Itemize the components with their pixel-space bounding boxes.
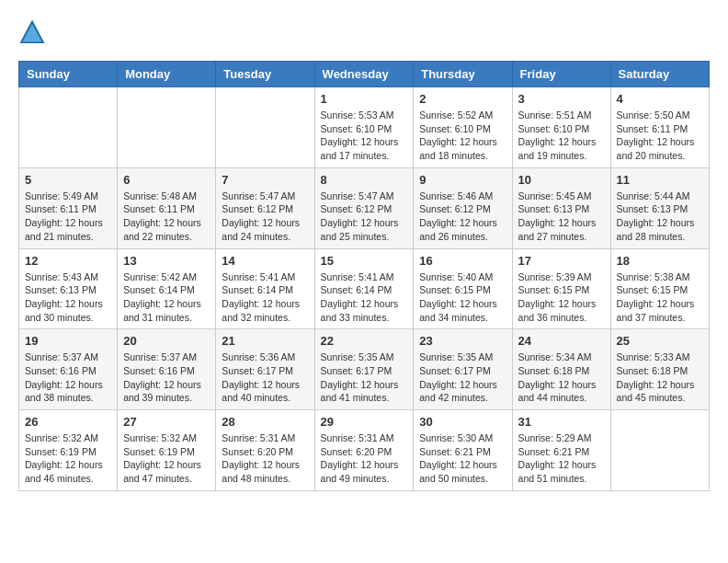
day-cell: 5Sunrise: 5:49 AM Sunset: 6:11 PM Daylig…	[19, 167, 118, 248]
calendar-table: Sunday Monday Tuesday Wednesday Thursday…	[18, 61, 710, 491]
day-cell: 16Sunrise: 5:40 AM Sunset: 6:15 PM Dayli…	[414, 248, 512, 329]
day-cell: 15Sunrise: 5:41 AM Sunset: 6:14 PM Dayli…	[314, 248, 414, 329]
day-number: 5	[25, 173, 111, 187]
day-cell: 12Sunrise: 5:43 AM Sunset: 6:13 PM Dayli…	[19, 248, 118, 329]
col-thursday: Thursday	[414, 62, 512, 87]
day-info: Sunrise: 5:40 AM Sunset: 6:15 PM Dayligh…	[419, 270, 506, 325]
day-number: 30	[419, 415, 506, 429]
day-cell: 27Sunrise: 5:32 AM Sunset: 6:19 PM Dayli…	[118, 410, 216, 491]
day-info: Sunrise: 5:48 AM Sunset: 6:11 PM Dayligh…	[123, 190, 210, 244]
day-info: Sunrise: 5:45 AM Sunset: 6:13 PM Dayligh…	[518, 190, 605, 244]
day-number: 23	[419, 334, 506, 348]
day-info: Sunrise: 5:34 AM Sunset: 6:18 PM Dayligh…	[518, 350, 605, 405]
day-info: Sunrise: 5:41 AM Sunset: 6:14 PM Dayligh…	[222, 270, 308, 325]
day-number: 24	[518, 334, 605, 348]
day-info: Sunrise: 5:47 AM Sunset: 6:12 PM Dayligh…	[222, 190, 308, 244]
day-cell: 26Sunrise: 5:32 AM Sunset: 6:19 PM Dayli…	[19, 410, 118, 491]
day-info: Sunrise: 5:30 AM Sunset: 6:21 PM Dayligh…	[419, 431, 506, 486]
day-cell	[216, 87, 314, 168]
day-info: Sunrise: 5:36 AM Sunset: 6:17 PM Dayligh…	[222, 350, 308, 405]
day-number: 25	[617, 334, 703, 348]
logo	[18, 18, 50, 46]
day-info: Sunrise: 5:52 AM Sunset: 6:10 PM Dayligh…	[419, 109, 506, 163]
logo-icon	[18, 18, 46, 46]
day-cell: 4Sunrise: 5:50 AM Sunset: 6:11 PM Daylig…	[610, 87, 709, 168]
day-cell: 9Sunrise: 5:46 AM Sunset: 6:12 PM Daylig…	[414, 167, 512, 248]
day-number: 4	[617, 92, 703, 106]
day-cell: 17Sunrise: 5:39 AM Sunset: 6:15 PM Dayli…	[512, 248, 610, 329]
day-info: Sunrise: 5:37 AM Sunset: 6:16 PM Dayligh…	[25, 350, 111, 405]
day-info: Sunrise: 5:44 AM Sunset: 6:13 PM Dayligh…	[617, 190, 703, 244]
col-wednesday: Wednesday	[314, 62, 414, 87]
day-number: 27	[123, 415, 210, 429]
day-number: 28	[222, 415, 308, 429]
day-cell	[610, 410, 709, 491]
day-cell: 3Sunrise: 5:51 AM Sunset: 6:10 PM Daylig…	[512, 87, 610, 168]
day-number: 21	[222, 334, 308, 348]
day-number: 29	[321, 415, 408, 429]
day-info: Sunrise: 5:32 AM Sunset: 6:19 PM Dayligh…	[25, 431, 111, 486]
day-info: Sunrise: 5:31 AM Sunset: 6:20 PM Dayligh…	[321, 431, 408, 486]
col-monday: Monday	[118, 62, 216, 87]
day-cell: 8Sunrise: 5:47 AM Sunset: 6:12 PM Daylig…	[314, 167, 414, 248]
day-number: 2	[419, 92, 506, 106]
day-cell: 1Sunrise: 5:53 AM Sunset: 6:10 PM Daylig…	[314, 87, 414, 168]
day-cell: 14Sunrise: 5:41 AM Sunset: 6:14 PM Dayli…	[216, 248, 314, 329]
day-cell: 25Sunrise: 5:33 AM Sunset: 6:18 PM Dayli…	[610, 329, 709, 410]
day-number: 10	[518, 173, 605, 187]
day-cell: 29Sunrise: 5:31 AM Sunset: 6:20 PM Dayli…	[314, 410, 414, 491]
day-number: 20	[123, 334, 210, 348]
day-info: Sunrise: 5:43 AM Sunset: 6:13 PM Dayligh…	[25, 270, 111, 325]
day-number: 19	[25, 334, 111, 348]
page-header	[18, 18, 710, 46]
day-number: 11	[617, 173, 703, 187]
day-number: 9	[419, 173, 506, 187]
day-number: 31	[518, 415, 605, 429]
day-cell: 19Sunrise: 5:37 AM Sunset: 6:16 PM Dayli…	[19, 329, 118, 410]
day-cell: 7Sunrise: 5:47 AM Sunset: 6:12 PM Daylig…	[216, 167, 314, 248]
day-cell	[19, 87, 118, 168]
week-row-2: 12Sunrise: 5:43 AM Sunset: 6:13 PM Dayli…	[19, 248, 710, 329]
day-info: Sunrise: 5:32 AM Sunset: 6:19 PM Dayligh…	[123, 431, 210, 486]
week-row-1: 5Sunrise: 5:49 AM Sunset: 6:11 PM Daylig…	[19, 167, 710, 248]
day-number: 16	[419, 254, 506, 268]
day-number: 8	[321, 173, 408, 187]
day-info: Sunrise: 5:46 AM Sunset: 6:12 PM Dayligh…	[419, 190, 506, 244]
day-info: Sunrise: 5:49 AM Sunset: 6:11 PM Dayligh…	[25, 190, 111, 244]
day-info: Sunrise: 5:50 AM Sunset: 6:11 PM Dayligh…	[617, 109, 703, 163]
day-info: Sunrise: 5:31 AM Sunset: 6:20 PM Dayligh…	[222, 431, 308, 486]
day-cell: 13Sunrise: 5:42 AM Sunset: 6:14 PM Dayli…	[118, 248, 216, 329]
day-number: 13	[123, 254, 210, 268]
day-cell: 11Sunrise: 5:44 AM Sunset: 6:13 PM Dayli…	[610, 167, 709, 248]
day-cell: 10Sunrise: 5:45 AM Sunset: 6:13 PM Dayli…	[512, 167, 610, 248]
day-number: 7	[222, 173, 308, 187]
day-info: Sunrise: 5:42 AM Sunset: 6:14 PM Dayligh…	[123, 270, 210, 325]
day-cell: 24Sunrise: 5:34 AM Sunset: 6:18 PM Dayli…	[512, 329, 610, 410]
day-info: Sunrise: 5:33 AM Sunset: 6:18 PM Dayligh…	[617, 350, 703, 405]
day-info: Sunrise: 5:35 AM Sunset: 6:17 PM Dayligh…	[321, 350, 408, 405]
day-number: 26	[25, 415, 111, 429]
day-cell: 21Sunrise: 5:36 AM Sunset: 6:17 PM Dayli…	[216, 329, 314, 410]
day-cell: 31Sunrise: 5:29 AM Sunset: 6:21 PM Dayli…	[512, 410, 610, 491]
col-friday: Friday	[512, 62, 610, 87]
day-number: 22	[321, 334, 408, 348]
day-info: Sunrise: 5:41 AM Sunset: 6:14 PM Dayligh…	[321, 270, 408, 325]
day-info: Sunrise: 5:38 AM Sunset: 6:15 PM Dayligh…	[617, 270, 703, 325]
day-info: Sunrise: 5:53 AM Sunset: 6:10 PM Dayligh…	[321, 109, 408, 163]
day-cell: 2Sunrise: 5:52 AM Sunset: 6:10 PM Daylig…	[414, 87, 512, 168]
day-info: Sunrise: 5:37 AM Sunset: 6:16 PM Dayligh…	[123, 350, 210, 405]
day-number: 17	[518, 254, 605, 268]
day-number: 14	[222, 254, 308, 268]
day-cell	[118, 87, 216, 168]
day-number: 15	[321, 254, 408, 268]
day-number: 18	[617, 254, 703, 268]
day-cell: 30Sunrise: 5:30 AM Sunset: 6:21 PM Dayli…	[414, 410, 512, 491]
day-info: Sunrise: 5:35 AM Sunset: 6:17 PM Dayligh…	[419, 350, 506, 405]
day-cell: 23Sunrise: 5:35 AM Sunset: 6:17 PM Dayli…	[414, 329, 512, 410]
calendar-header: Sunday Monday Tuesday Wednesday Thursday…	[19, 62, 710, 87]
week-row-0: 1Sunrise: 5:53 AM Sunset: 6:10 PM Daylig…	[19, 87, 710, 168]
day-cell: 6Sunrise: 5:48 AM Sunset: 6:11 PM Daylig…	[118, 167, 216, 248]
col-tuesday: Tuesday	[216, 62, 314, 87]
col-sunday: Sunday	[19, 62, 118, 87]
day-cell: 18Sunrise: 5:38 AM Sunset: 6:15 PM Dayli…	[610, 248, 709, 329]
